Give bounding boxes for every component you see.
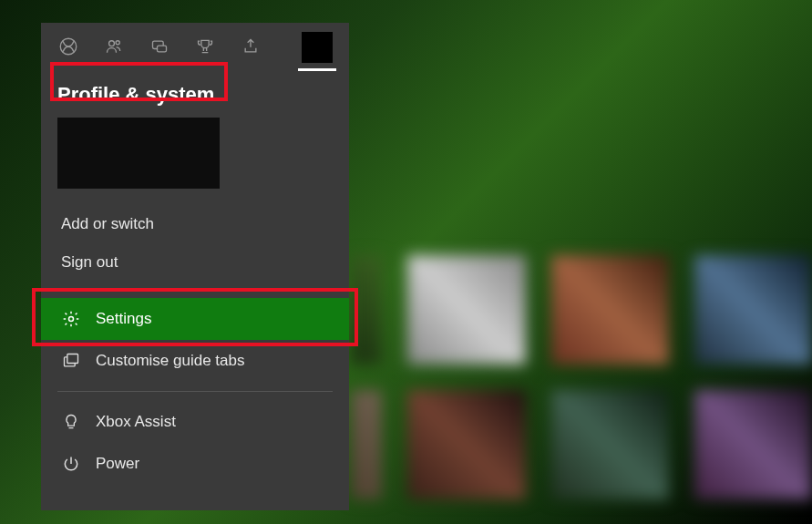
chat-icon[interactable]: [149, 36, 170, 57]
share-icon[interactable]: [240, 36, 262, 57]
customise-guide-tabs-item[interactable]: Customise guide tabs: [41, 340, 349, 382]
profile-picture[interactable]: [57, 118, 220, 189]
power-label: Power: [96, 455, 139, 473]
guide-panel: Profile & system Add or switch Sign out …: [41, 23, 349, 510]
bulb-icon: [61, 412, 81, 432]
svg-rect-7: [67, 354, 78, 364]
menu-divider: [57, 391, 333, 392]
xbox-assist-item[interactable]: Xbox Assist: [41, 401, 349, 443]
profile-tab-indicator: [298, 68, 336, 71]
add-or-switch-item[interactable]: Add or switch: [41, 205, 349, 243]
svg-rect-4: [158, 46, 167, 52]
panel-title: Profile & system: [41, 68, 349, 118]
gear-icon: [61, 309, 81, 329]
guide-tabs: [41, 36, 349, 68]
tabs-icon: [61, 351, 81, 371]
power-icon: [61, 454, 81, 474]
background-tiles: [351, 255, 812, 524]
account-section: Add or switch Sign out: [41, 205, 349, 282]
power-item[interactable]: Power: [41, 443, 349, 485]
settings-item[interactable]: Settings: [41, 298, 349, 340]
profile-tab-avatar[interactable]: [302, 32, 333, 63]
help-section: Xbox Assist Power: [41, 401, 349, 485]
xbox-assist-label: Xbox Assist: [96, 413, 176, 431]
settings-label: Settings: [96, 310, 151, 328]
svg-point-2: [116, 41, 119, 45]
svg-point-1: [109, 41, 115, 46]
svg-point-5: [69, 317, 74, 322]
trophy-icon[interactable]: [194, 36, 216, 57]
system-section: Settings Customise guide tabs: [41, 298, 349, 382]
customise-guide-tabs-label: Customise guide tabs: [96, 352, 244, 370]
xbox-icon[interactable]: [57, 36, 79, 57]
people-icon[interactable]: [103, 36, 125, 57]
sign-out-item[interactable]: Sign out: [41, 243, 349, 282]
